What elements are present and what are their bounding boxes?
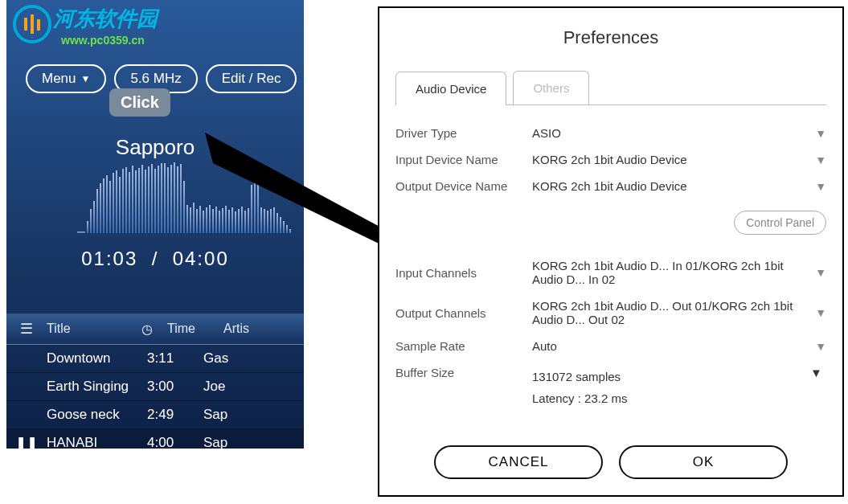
pause-icon: ❚❚	[6, 435, 47, 449]
preferences-dialog: Preferences Audio Device Others Driver T…	[378, 6, 844, 497]
svg-rect-50	[231, 207, 233, 233]
svg-rect-14	[116, 170, 117, 233]
svg-rect-23	[145, 170, 146, 233]
svg-rect-58	[257, 181, 259, 233]
dialog-title: Preferences	[379, 27, 842, 48]
svg-rect-25	[151, 164, 153, 233]
svg-rect-31	[170, 165, 172, 233]
output-device-label: Output Device Name	[395, 179, 532, 193]
cancel-button[interactable]: CANCEL	[434, 445, 603, 479]
svg-rect-38	[193, 203, 195, 233]
driver-type-row[interactable]: Driver Type ASIO ▼	[395, 120, 826, 146]
playlist-row[interactable]: Goose neck2:49Sap	[6, 401, 304, 429]
site-url: www.pc0359.cn	[61, 34, 145, 47]
svg-rect-63	[273, 207, 275, 233]
svg-rect-45	[215, 207, 217, 233]
svg-rect-52	[238, 209, 240, 233]
menu-label: Menu	[42, 71, 76, 87]
blank	[6, 407, 47, 423]
now-playing-title: Sapporo	[6, 135, 304, 160]
svg-rect-34	[180, 164, 182, 233]
blank	[6, 379, 47, 395]
waveform-display	[77, 161, 302, 233]
svg-rect-13	[113, 173, 114, 233]
svg-rect-6	[90, 209, 92, 233]
col-artist: Artis	[223, 322, 304, 336]
svg-rect-8	[96, 189, 98, 233]
time-display: 01:03 / 04:00	[6, 248, 304, 270]
blank	[6, 350, 47, 367]
svg-rect-1	[24, 18, 27, 31]
row-artist: Sap	[203, 435, 304, 449]
svg-rect-49	[228, 210, 230, 233]
buffer-size-samples: 131072 samples	[532, 370, 621, 383]
control-panel-button[interactable]: Control Panel	[734, 211, 826, 235]
svg-rect-65	[280, 217, 281, 233]
svg-rect-66	[283, 221, 285, 233]
chevron-down-icon[interactable]: ▼	[810, 127, 826, 140]
input-channels-row[interactable]: Input Channels KORG 2ch 1bit Audio D... …	[395, 252, 826, 293]
playlist-row[interactable]: ❚❚HANABI4:00Sap	[6, 429, 304, 449]
svg-rect-26	[154, 169, 156, 233]
click-tooltip: Click	[109, 88, 170, 117]
sample-rate-row[interactable]: Sample Rate Auto ▼	[395, 333, 826, 359]
input-device-row[interactable]: Input Device Name KORG 2ch 1bit Audio De…	[395, 146, 826, 173]
svg-rect-55	[248, 208, 249, 233]
chevron-down-icon[interactable]: ▼	[810, 340, 826, 353]
edit-rec-label: Edit / Rec	[222, 71, 281, 87]
svg-rect-19	[132, 166, 133, 233]
site-logo-text: 河东软件园	[53, 5, 158, 33]
chevron-down-icon[interactable]: ▼	[810, 180, 826, 193]
ok-button[interactable]: OK	[619, 445, 788, 479]
output-channels-row[interactable]: Output Channels KORG 2ch 1bit Audio D...…	[395, 293, 826, 333]
svg-rect-39	[196, 209, 198, 233]
svg-rect-59	[260, 207, 262, 233]
sample-rate-label: Sample Rate	[395, 339, 532, 353]
svg-rect-5	[87, 221, 88, 233]
chevron-down-icon[interactable]: ▼	[810, 154, 826, 166]
row-title: Earth Singing	[47, 379, 147, 395]
chevron-down-icon[interactable]: ▼	[810, 306, 826, 319]
output-device-row[interactable]: Output Device Name KORG 2ch 1bit Audio D…	[395, 173, 826, 199]
row-title: HANABI	[47, 435, 147, 449]
menu-button[interactable]: Menu ▼	[26, 64, 106, 93]
buffer-size-row[interactable]: Buffer Size 131072 samples Latency : 23.…	[395, 359, 826, 416]
chevron-down-icon[interactable]: ▼	[810, 266, 826, 279]
input-channels-value: KORG 2ch 1bit Audio D... In 01/KORG 2ch …	[532, 259, 810, 286]
playlist-row[interactable]: Earth Singing3:00Joe	[6, 373, 304, 401]
svg-rect-10	[103, 178, 104, 233]
svg-rect-64	[277, 213, 278, 233]
row-time: 4:00	[147, 435, 203, 449]
tab-others[interactable]: Others	[513, 71, 589, 104]
buffer-size-latency: Latency : 23.2 ms	[532, 391, 627, 405]
svg-rect-41	[203, 211, 204, 233]
svg-rect-18	[129, 172, 130, 233]
svg-rect-46	[219, 211, 220, 233]
tab-audio-device[interactable]: Audio Device	[395, 72, 506, 105]
svg-rect-62	[270, 209, 272, 233]
svg-rect-24	[148, 166, 150, 233]
playlist-header: ☰ Title ◷ Time Artis	[6, 313, 304, 345]
svg-rect-67	[286, 225, 288, 233]
svg-rect-15	[119, 177, 121, 233]
svg-rect-4	[77, 232, 85, 233]
svg-rect-37	[190, 207, 191, 233]
hamburger-icon[interactable]: ☰	[6, 320, 47, 338]
input-device-value: KORG 2ch 1bit Audio Device	[532, 153, 810, 166]
chevron-down-icon[interactable]: ▼	[810, 366, 826, 409]
svg-rect-43	[209, 205, 211, 233]
svg-rect-22	[141, 165, 143, 233]
edit-rec-button[interactable]: Edit / Rec	[206, 64, 297, 93]
col-time: Time	[167, 322, 223, 336]
input-channels-label: Input Channels	[395, 266, 532, 280]
site-logo-icon	[13, 5, 51, 43]
svg-rect-28	[161, 163, 162, 233]
svg-rect-11	[106, 175, 108, 233]
svg-rect-60	[264, 209, 265, 233]
svg-rect-16	[122, 169, 124, 233]
playlist-row[interactable]: Downtown3:11Gas	[6, 345, 304, 373]
svg-rect-40	[199, 206, 201, 233]
svg-rect-20	[135, 170, 137, 233]
svg-rect-54	[244, 211, 246, 233]
frequency-label: 5.6 MHz	[130, 71, 181, 87]
